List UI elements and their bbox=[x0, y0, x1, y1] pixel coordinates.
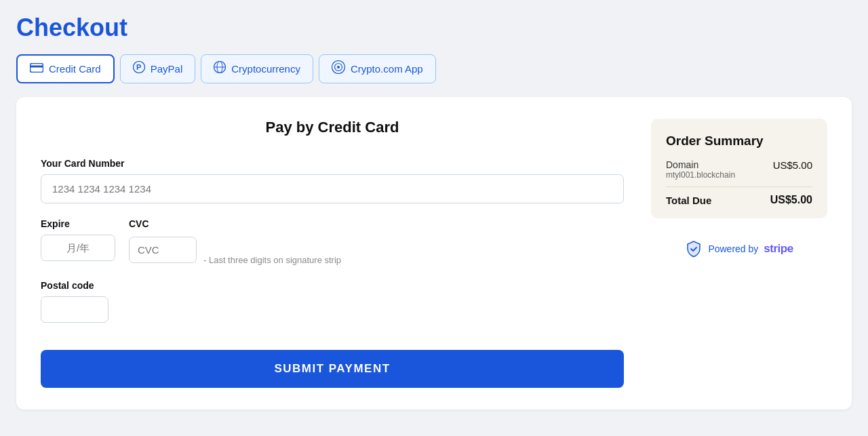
postal-group: Postal code bbox=[41, 280, 624, 323]
form-title: Pay by Credit Card bbox=[41, 119, 624, 136]
tab-paypal[interactable]: P PayPal bbox=[120, 54, 196, 83]
powered-by-text: Powered by bbox=[708, 243, 758, 254]
svg-point-9 bbox=[337, 66, 340, 68]
tab-credit-card[interactable]: Credit Card bbox=[16, 54, 115, 83]
page-title: Checkout bbox=[16, 14, 852, 42]
expire-label: Expire bbox=[41, 218, 115, 229]
cvc-row: - Last three digits on signature strip bbox=[129, 235, 341, 265]
card-number-label: Your Card Number bbox=[41, 158, 624, 169]
total-row: Total Due US$5.00 bbox=[666, 194, 812, 206]
expire-input[interactable] bbox=[41, 235, 115, 261]
expire-cvc-row: Expire CVC - Last three digits on signat… bbox=[41, 218, 624, 265]
stripe-logo: stripe bbox=[764, 242, 793, 256]
summary-divider bbox=[666, 186, 812, 187]
card-number-group: Your Card Number bbox=[41, 158, 624, 203]
cryptocurrency-icon bbox=[214, 61, 226, 77]
credit-card-icon bbox=[30, 62, 43, 76]
svg-rect-1 bbox=[30, 65, 43, 67]
svg-text:P: P bbox=[136, 63, 141, 71]
expire-group: Expire bbox=[41, 218, 115, 261]
tab-cryptocurrency[interactable]: Cryptocurrency bbox=[201, 54, 313, 83]
checkout-card: Pay by Credit Card Your Card Number Expi… bbox=[16, 97, 852, 410]
tab-credit-card-label: Credit Card bbox=[49, 63, 101, 75]
submit-payment-button[interactable]: SUBMIT PAYMENT bbox=[41, 350, 624, 388]
tab-crypto-app[interactable]: Crypto.com App bbox=[319, 54, 436, 83]
payment-tabs: Credit Card P PayPal Cryptocurrency bbox=[16, 54, 852, 83]
order-summary-title: Order Summary bbox=[666, 134, 812, 148]
payment-form: Pay by Credit Card Your Card Number Expi… bbox=[41, 119, 624, 388]
tab-crypto-app-label: Crypto.com App bbox=[351, 63, 423, 75]
order-summary-box: Order Summary Domain mtyl001.blockchain … bbox=[651, 119, 827, 218]
cvc-group: CVC - Last three digits on signature str… bbox=[129, 218, 341, 265]
postal-input[interactable] bbox=[41, 296, 108, 323]
total-label: Total Due bbox=[666, 195, 711, 206]
domain-label: Domain bbox=[666, 159, 735, 170]
cvc-hint: - Last three digits on signature strip bbox=[203, 255, 341, 265]
domain-price: US$5.00 bbox=[773, 159, 812, 171]
tab-paypal-label: PayPal bbox=[151, 63, 183, 75]
card-number-input[interactable] bbox=[41, 174, 624, 203]
svg-rect-0 bbox=[31, 63, 43, 72]
crypto-app-icon bbox=[332, 60, 345, 77]
total-price: US$5.00 bbox=[770, 194, 812, 206]
stripe-badge: Powered by stripe bbox=[651, 240, 827, 258]
summary-section: Order Summary Domain mtyl001.blockchain … bbox=[651, 119, 827, 388]
domain-name: mtyl001.blockchain bbox=[666, 170, 735, 180]
tab-cryptocurrency-label: Cryptocurrency bbox=[231, 63, 300, 75]
postal-label: Postal code bbox=[41, 280, 624, 291]
domain-row: Domain mtyl001.blockchain US$5.00 bbox=[666, 159, 812, 180]
paypal-icon: P bbox=[133, 61, 145, 77]
stripe-shield-icon bbox=[685, 240, 703, 258]
cvc-input[interactable] bbox=[129, 237, 197, 263]
cvc-label: CVC bbox=[129, 218, 341, 229]
